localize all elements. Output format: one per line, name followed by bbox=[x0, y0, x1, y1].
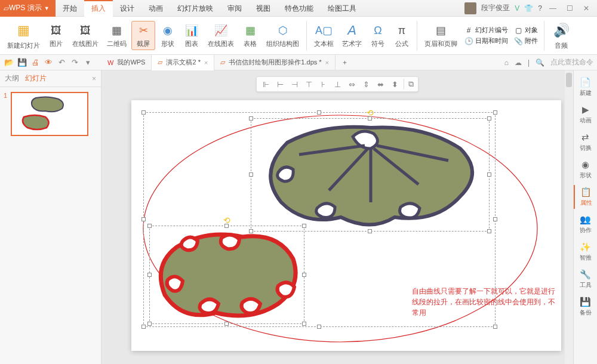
tab-drawtools[interactable]: 绘图工具 bbox=[321, 0, 364, 17]
avatar[interactable] bbox=[464, 2, 476, 14]
online-picture-button[interactable]: 🖼在线图片 bbox=[69, 21, 102, 50]
align-left-icon[interactable]: ⊩ bbox=[260, 79, 271, 90]
doc-tab-wps[interactable]: W我的WPS bbox=[101, 55, 152, 70]
align-center-icon[interactable]: ⊢ bbox=[275, 79, 285, 90]
print-icon[interactable]: 🖨 bbox=[30, 57, 41, 68]
username[interactable]: 段宇俊亚 bbox=[481, 3, 510, 13]
resize-handle[interactable] bbox=[147, 224, 152, 228]
resize-handle[interactable] bbox=[141, 325, 146, 329]
minimize-button[interactable]: — bbox=[547, 4, 559, 13]
task-shape[interactable]: ◉形状 bbox=[574, 158, 597, 181]
task-transition[interactable]: ⇄切换 bbox=[574, 130, 597, 154]
resize-handle[interactable] bbox=[302, 322, 306, 326]
align-right-icon[interactable]: ⊣ bbox=[289, 79, 300, 90]
new-tab-button[interactable]: ＋ bbox=[336, 55, 354, 70]
redo-icon[interactable]: ↷ bbox=[69, 57, 80, 68]
distribute-v-icon[interactable]: ⇕ bbox=[361, 79, 371, 90]
tab-review[interactable]: 审阅 bbox=[220, 0, 249, 17]
tab-slideshow[interactable]: 幻灯片放映 bbox=[170, 0, 220, 17]
close-icon[interactable]: × bbox=[204, 59, 208, 66]
equation-button[interactable]: π公式 bbox=[390, 21, 413, 50]
search-input[interactable]: 点此查找命令 bbox=[550, 57, 593, 67]
resize-handle[interactable] bbox=[302, 224, 306, 228]
resize-handle[interactable] bbox=[493, 217, 497, 221]
task-smart[interactable]: ✨智推 bbox=[574, 240, 597, 264]
resize-handle[interactable] bbox=[249, 172, 253, 177]
resize-handle[interactable] bbox=[141, 110, 146, 115]
resize-handle[interactable] bbox=[493, 325, 497, 329]
tab-view[interactable]: 视图 bbox=[249, 0, 278, 17]
close-icon[interactable]: × bbox=[92, 75, 96, 83]
resize-handle[interactable] bbox=[487, 116, 491, 121]
slides-tab[interactable]: 幻灯片 bbox=[25, 73, 47, 84]
task-new[interactable]: 📄新建 bbox=[574, 75, 597, 99]
resize-handle[interactable] bbox=[302, 273, 306, 277]
resize-handle[interactable] bbox=[249, 116, 253, 121]
date-time-button[interactable]: 🕒日期和时间 bbox=[462, 36, 510, 46]
shape-selection-purple[interactable]: ⟲ bbox=[251, 118, 490, 232]
same-height-icon[interactable]: ⬍ bbox=[389, 79, 400, 90]
close-button[interactable]: ✕ bbox=[580, 4, 592, 13]
tab-start[interactable]: 开始 bbox=[56, 0, 84, 17]
scrollbar-thumb[interactable] bbox=[566, 73, 572, 87]
symbol-button[interactable]: Ω符号 bbox=[367, 21, 389, 50]
textbox-button[interactable]: A▢文本框 bbox=[310, 21, 337, 50]
dropdown-icon[interactable]: ▾ bbox=[82, 57, 93, 68]
home-icon[interactable]: ⌂ bbox=[504, 58, 509, 67]
shirt-icon[interactable]: 👕 bbox=[524, 4, 533, 13]
audio-button[interactable]: 🔊音频 bbox=[548, 20, 574, 51]
resize-handle[interactable] bbox=[317, 110, 321, 115]
resize-handle[interactable] bbox=[147, 273, 152, 277]
table-button[interactable]: ▦表格 bbox=[239, 21, 261, 50]
tab-animation[interactable]: 动画 bbox=[141, 0, 170, 17]
vertical-scrollbar[interactable] bbox=[565, 70, 573, 364]
open-icon[interactable]: 📂 bbox=[4, 57, 14, 68]
cloud-icon[interactable]: ☁ bbox=[515, 58, 522, 67]
align-bottom-icon[interactable]: ⊥ bbox=[332, 79, 343, 90]
screenshot-button[interactable]: ✂截屏 bbox=[131, 21, 155, 50]
vip-icon[interactable]: V bbox=[515, 4, 519, 13]
picture-button[interactable]: 🖼图片 bbox=[45, 21, 67, 50]
align-top-icon[interactable]: ⊤ bbox=[303, 79, 314, 90]
new-slide-button[interactable]: ▦新建幻灯片 bbox=[4, 20, 44, 51]
resize-handle[interactable] bbox=[493, 110, 497, 115]
task-collab[interactable]: 👥协作 bbox=[574, 212, 597, 236]
tab-features[interactable]: 特色功能 bbox=[278, 0, 321, 17]
resize-handle[interactable] bbox=[368, 229, 372, 233]
slide-number-button[interactable]: #幻灯片编号 bbox=[462, 25, 510, 35]
task-properties[interactable]: 📋属性 bbox=[574, 185, 597, 209]
task-animation[interactable]: ▶动画 bbox=[574, 103, 597, 127]
preview-icon[interactable]: 👁 bbox=[43, 57, 54, 68]
object-button[interactable]: ▢对象 bbox=[512, 25, 540, 35]
slide-canvas[interactable]: ⊩ ⊢ ⊣ ⊤ ⊦ ⊥ ⇔ ⇕ ⬌ ⬍ ⧉ bbox=[101, 70, 573, 364]
align-middle-icon[interactable]: ⊦ bbox=[318, 79, 328, 90]
qrcode-button[interactable]: ▦二维码 bbox=[103, 21, 130, 50]
distribute-h-icon[interactable]: ⇔ bbox=[346, 79, 357, 90]
slide-thumbnail[interactable] bbox=[11, 92, 88, 136]
wordart-button[interactable]: A艺术字 bbox=[338, 21, 365, 50]
tab-insert[interactable]: 插入 bbox=[84, 0, 113, 17]
doc-tab-letter[interactable]: ▱书信信封绘制用图形操作1.dps *× bbox=[214, 55, 336, 70]
resize-handle[interactable] bbox=[317, 325, 321, 329]
outline-tab[interactable]: 大纲 bbox=[5, 73, 19, 84]
same-width-icon[interactable]: ⬌ bbox=[375, 79, 386, 90]
shapes-button[interactable]: ◉形状 bbox=[156, 21, 179, 50]
resize-handle[interactable] bbox=[487, 172, 491, 177]
slide[interactable]: ⟲ bbox=[131, 100, 561, 351]
group-icon[interactable]: ⧉ bbox=[404, 79, 414, 90]
header-footer-button[interactable]: ▤页眉和页脚 bbox=[421, 21, 461, 50]
resize-handle[interactable] bbox=[147, 322, 152, 326]
resize-handle[interactable] bbox=[224, 322, 229, 326]
undo-icon[interactable]: ↶ bbox=[56, 57, 67, 68]
online-chart-button[interactable]: 📈在线图表 bbox=[204, 21, 238, 50]
app-logo[interactable]: ▱ WPS 演示 ▼ bbox=[0, 0, 56, 17]
maximize-button[interactable]: ☐ bbox=[564, 4, 576, 13]
shape-selection-red[interactable]: ⟲ bbox=[149, 226, 304, 324]
resize-handle[interactable] bbox=[141, 217, 146, 221]
tab-design[interactable]: 设计 bbox=[113, 0, 141, 17]
save-icon[interactable]: 💾 bbox=[17, 57, 27, 68]
help-icon[interactable]: ? bbox=[538, 4, 542, 13]
orgchart-button[interactable]: ⬡组织结构图 bbox=[263, 21, 303, 50]
chart-button[interactable]: 📊图表 bbox=[180, 21, 203, 50]
doc-tab-presentation2[interactable]: ▱演示文稿2 *× bbox=[152, 55, 214, 70]
